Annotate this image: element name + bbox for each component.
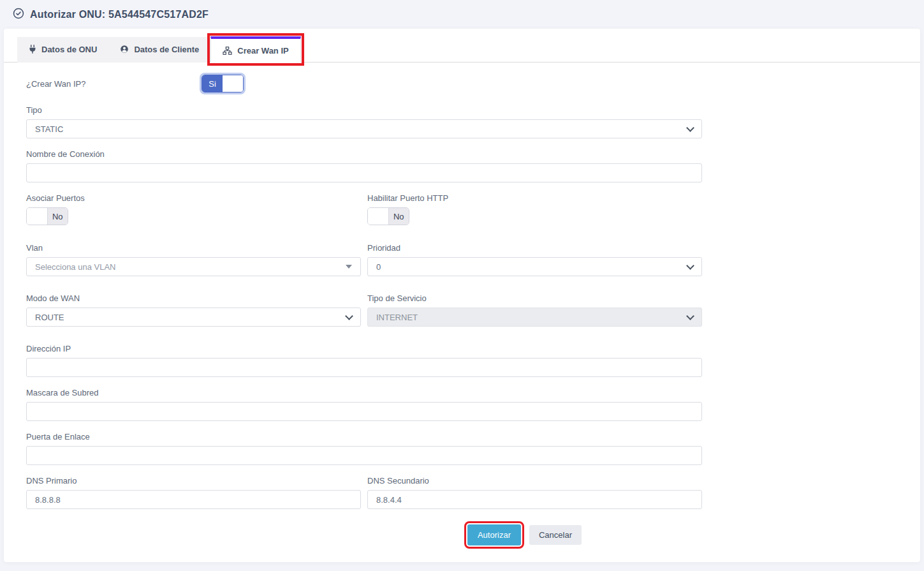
vlan-prioridad-row: Vlan Selecciona una VLAN Prioridad 0 xyxy=(26,243,702,276)
modo-wan-label: Modo de WAN xyxy=(26,293,361,303)
wan-ip-form: ¿Crear Wan IP? Si Tipo STATIC Nombre de … xyxy=(4,63,702,509)
toggle-on-label: Si xyxy=(202,75,223,92)
dns-secundario-label: DNS Secundario xyxy=(367,476,702,486)
direccion-ip-label: Dirección IP xyxy=(26,344,702,353)
toggle-off-half xyxy=(223,75,243,92)
tipo-group: Tipo STATIC xyxy=(26,105,702,138)
asociar-puertos-toggle[interactable]: No xyxy=(26,207,68,225)
dns-primario-label: DNS Primario xyxy=(26,476,361,486)
tipo-label: Tipo xyxy=(26,105,702,115)
vlan-group: Vlan Selecciona una VLAN xyxy=(26,243,361,276)
user-circle-icon xyxy=(120,45,129,54)
habilitar-http-toggle[interactable]: No xyxy=(367,207,409,225)
tipo-servicio-select: INTERNET xyxy=(367,308,702,327)
puerta-enlace-group: Puerta de Enlace xyxy=(26,432,702,465)
tipo-servicio-group: Tipo de Servicio INTERNET xyxy=(367,293,702,327)
modo-wan-select-wrap: ROUTE xyxy=(26,308,361,327)
dns-primario-input[interactable] xyxy=(26,490,361,509)
asociar-puertos-group: Asociar Puertos No xyxy=(26,193,361,225)
toggle-off-label: No xyxy=(389,208,409,225)
dns-secundario-input[interactable] xyxy=(367,490,702,509)
autorizar-button[interactable]: Autorizar xyxy=(467,524,521,545)
vlan-placeholder: Selecciona una VLAN xyxy=(35,262,115,272)
toggle-off-half xyxy=(27,208,48,225)
crear-wan-ip-label: ¿Crear Wan IP? xyxy=(26,79,202,89)
dns-secundario-group: DNS Secundario xyxy=(367,476,702,509)
dns-primario-group: DNS Primario xyxy=(26,476,361,509)
vlan-label: Vlan xyxy=(26,243,361,253)
tab-crear-wan-ip[interactable]: Crear Wan IP xyxy=(210,36,300,63)
tab-label: Datos de Cliente xyxy=(134,45,199,54)
toggle-off-half xyxy=(368,208,389,225)
nombre-conexion-group: Nombre de Conexión xyxy=(26,149,702,182)
crear-wan-ip-row: ¿Crear Wan IP? Si xyxy=(26,75,702,93)
mascara-subred-label: Mascara de Subred xyxy=(26,388,702,397)
direccion-ip-input[interactable] xyxy=(26,358,702,377)
tipo-servicio-select-wrap: INTERNET xyxy=(367,308,702,327)
modo-wan-group: Modo de WAN ROUTE xyxy=(26,293,361,327)
direccion-ip-group: Dirección IP xyxy=(26,344,702,377)
crear-wan-ip-toggle[interactable]: Si xyxy=(202,75,244,93)
tipo-select[interactable]: STATIC xyxy=(26,119,702,138)
nombre-conexion-label: Nombre de Conexión xyxy=(26,149,702,159)
toggles-row: Asociar Puertos No Habilitar Puerto HTTP… xyxy=(26,193,702,225)
prioridad-select[interactable]: 0 xyxy=(367,257,702,276)
form-actions: Autorizar Cancelar xyxy=(4,524,702,545)
asociar-puertos-label: Asociar Puertos xyxy=(26,193,361,203)
sitemap-icon xyxy=(223,47,232,55)
nombre-conexion-input[interactable] xyxy=(26,163,702,182)
habilitar-http-group: Habilitar Puerto HTTP No xyxy=(367,193,702,225)
tab-label: Datos de ONU xyxy=(41,45,97,54)
puerta-enlace-input[interactable] xyxy=(26,446,702,465)
tab-datos-de-onu[interactable]: Datos de ONU xyxy=(17,36,108,62)
toggle-off-label: No xyxy=(48,208,68,225)
tipo-select-wrap: STATIC xyxy=(26,119,702,138)
dns-row: DNS Primario DNS Secundario xyxy=(26,476,702,509)
tab-datos-de-cliente[interactable]: Datos de Cliente xyxy=(108,36,210,62)
vlan-select[interactable]: Selecciona una VLAN xyxy=(26,257,361,276)
prioridad-select-wrap: 0 xyxy=(367,257,702,276)
check-circle-icon xyxy=(13,8,24,22)
cancelar-button[interactable]: Cancelar xyxy=(529,525,582,545)
tab-label: Crear Wan IP xyxy=(237,46,288,56)
habilitar-http-label: Habilitar Puerto HTTP xyxy=(367,193,702,203)
authorize-onu-card: Datos de ONU Datos de Cliente Crear Wan … xyxy=(4,29,920,562)
mascara-subred-group: Mascara de Subred xyxy=(26,388,702,421)
modo-wan-select[interactable]: ROUTE xyxy=(26,308,361,327)
prioridad-label: Prioridad xyxy=(367,243,702,253)
page-header: Autorizar ONU: 5A544547C517AD2F xyxy=(0,0,924,29)
mascara-subred-input[interactable] xyxy=(26,402,702,421)
tab-bar: Datos de ONU Datos de Cliente Crear Wan … xyxy=(4,29,920,63)
page-title: Autorizar ONU: 5A544547C517AD2F xyxy=(30,9,209,20)
prioridad-group: Prioridad 0 xyxy=(367,243,702,276)
wan-servicio-row: Modo de WAN ROUTE Tipo de Servicio INTER… xyxy=(26,293,702,327)
chevron-down-icon xyxy=(346,265,352,269)
plug-icon xyxy=(29,45,36,54)
puerta-enlace-label: Puerta de Enlace xyxy=(26,432,702,441)
tipo-servicio-label: Tipo de Servicio xyxy=(367,293,702,303)
